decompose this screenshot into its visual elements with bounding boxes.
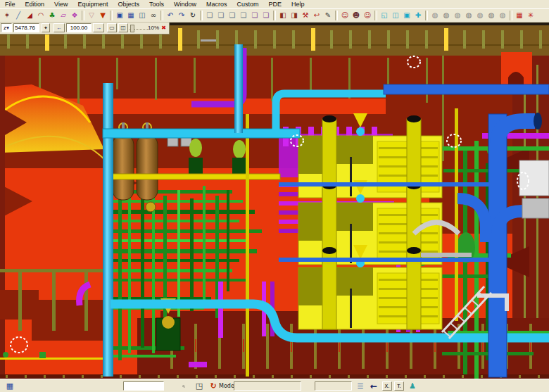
back-button[interactable]: ← — [368, 381, 379, 391]
menu-item-custom[interactable]: Custom — [232, 1, 264, 8]
zoom-slider-thumb[interactable] — [130, 25, 134, 32]
step-field-wrap — [66, 23, 92, 32]
menu-item-objects[interactable]: Objects — [113, 1, 144, 8]
return-arrow-button[interactable]: ↩ — [311, 10, 322, 21]
pick-screen-button[interactable]: ❏ — [238, 10, 249, 21]
user-deny-button[interactable]: ☺ — [362, 10, 373, 21]
coordinate-input[interactable] — [14, 24, 39, 32]
pick-screen-icon: ❏ — [241, 12, 247, 19]
pick-zone-button[interactable]: ❏ — [227, 10, 238, 21]
menu-item-equipment[interactable]: Equipment — [72, 1, 113, 8]
refresh-button[interactable]: ↻ — [187, 10, 198, 21]
pick-group-icon: ❏ — [218, 12, 225, 19]
paste-shapes-button[interactable]: ❖ — [69, 10, 80, 21]
user-add-button[interactable]: ☺ — [339, 10, 351, 21]
cylinder-view-7-button[interactable]: ◍ — [497, 10, 508, 21]
cylinder-view-4-button[interactable]: ◍ — [463, 10, 474, 21]
pick-entity-button[interactable]: ❏ — [204, 10, 215, 21]
open-folder-button[interactable]: ▱ — [58, 10, 69, 21]
command-input[interactable] — [124, 381, 163, 391]
save-button[interactable]: ▣ — [114, 10, 125, 21]
cylinder-view-5-icon: ◍ — [477, 12, 484, 19]
grid-burst-button[interactable]: ✳ — [525, 10, 536, 21]
clip-wedge-icon: ◢ — [27, 12, 32, 19]
menu-item-window[interactable]: Window — [169, 1, 201, 8]
clip-arc-button[interactable]: ◠ — [35, 10, 46, 21]
t-coord-button[interactable]: T. — [394, 381, 404, 391]
find-binoculars-button[interactable]: ∞ — [148, 10, 159, 21]
menu-item-file[interactable]: File — [0, 1, 20, 8]
window-export-icon: ◨ — [291, 12, 297, 19]
zoom-tool-button[interactable] — [178, 381, 189, 391]
user-modify-button[interactable]: ☻ — [351, 10, 362, 21]
axis-select[interactable]: z▾ — [1, 23, 12, 32]
clip-wedge-button[interactable]: ◢ — [24, 10, 35, 21]
tools-wrench-button[interactable]: ⚒ — [300, 10, 311, 21]
zoom-slider[interactable] — [130, 23, 148, 32]
cylinder-view-1-button[interactable]: ◍ — [429, 10, 441, 21]
viewport-single-button[interactable]: ◱ — [379, 10, 390, 21]
assistant-button[interactable]: ♟ — [407, 381, 418, 391]
menu-item-tools[interactable]: Tools — [144, 1, 169, 8]
magnifier-icon — [182, 382, 185, 391]
coordinate-toolbar: z▾ ✦ ← → ▭ ◫ 10% ✖ — [0, 23, 170, 34]
pick-coordinate-button[interactable]: ✦ — [42, 23, 50, 32]
menu-item-view[interactable]: View — [49, 1, 72, 8]
pan-move-button[interactable]: ✚ — [412, 10, 424, 21]
clip-arc-icon: ◠ — [38, 12, 44, 19]
calculator-icon: ▦ — [6, 381, 13, 391]
cylinder-view-2-button[interactable]: ◍ — [441, 10, 452, 21]
model-tree-button[interactable]: ♣ — [46, 10, 58, 21]
cylinder-view-6-button[interactable]: ◍ — [486, 10, 497, 21]
filter-funnel-light-button[interactable]: ▽ — [86, 10, 97, 21]
save-lock-button[interactable]: ▦ — [125, 10, 137, 21]
pick-group-button[interactable]: ❏ — [215, 10, 227, 21]
diamond-icon: ✦ — [44, 25, 48, 30]
menu-item-pde[interactable]: PDE — [264, 1, 287, 8]
list-icon: ☰ — [358, 382, 364, 390]
cylinder-view-5-button[interactable]: ◍ — [474, 10, 486, 21]
window-export-button[interactable]: ◨ — [289, 10, 300, 21]
edit-sheet-icon: ✎ — [325, 12, 331, 19]
select-wand-button[interactable]: ✶ — [1, 10, 13, 21]
menu-item-help[interactable]: Help — [286, 1, 310, 8]
viewport-overlay-button[interactable]: ▣ — [401, 10, 412, 21]
menu-item-edition[interactable]: Edition — [20, 1, 50, 8]
view-split-button[interactable]: ◫ — [118, 23, 128, 32]
cylinder-view-3-button[interactable]: ◍ — [452, 10, 463, 21]
pick-special-2-button[interactable]: ❏ — [260, 10, 272, 21]
step-forward-button[interactable]: → — [93, 23, 104, 32]
menu-item-macros[interactable]: Macros — [201, 1, 232, 8]
close-toolbar-button[interactable]: ✖ — [159, 23, 168, 32]
edit-sheet-button[interactable]: ✎ — [322, 10, 334, 21]
mode-button[interactable]: ↻ — [208, 381, 218, 391]
view-properties-button[interactable]: ◫ — [137, 10, 148, 21]
calculator-button[interactable]: ▦ — [4, 381, 15, 391]
pick-special-2-icon: ❏ — [263, 12, 270, 19]
view-frame-button[interactable]: ▭ — [107, 23, 117, 32]
filter-funnel-red-button[interactable]: ▼ — [97, 10, 108, 21]
viewport-overlay-icon: ▣ — [403, 12, 410, 19]
pan-window-button[interactable]: ◳ — [194, 381, 205, 391]
x-coord-button[interactable]: X. — [382, 381, 392, 391]
viewport-3d[interactable] — [0, 23, 549, 379]
step-input[interactable] — [67, 24, 91, 32]
list-view-button[interactable]: ☰ — [355, 381, 365, 391]
toolbar-separator — [200, 11, 203, 20]
status-panel-1 — [234, 381, 301, 391]
undo-button[interactable]: ↶ — [165, 10, 176, 21]
pick-special-1-button[interactable]: ❏ — [249, 10, 260, 21]
return-arrow-icon: ↩ — [314, 12, 320, 19]
step-back-button[interactable]: ← — [53, 23, 65, 32]
status-panel-2 — [315, 381, 352, 391]
viewport-split-button[interactable]: ◫ — [390, 10, 401, 21]
save-lock-icon: ▦ — [127, 12, 134, 19]
window-import-button[interactable]: ◧ — [277, 10, 289, 21]
cylinder-view-1-icon: ◍ — [432, 12, 438, 19]
cylinder-view-6-icon: ◍ — [488, 12, 495, 19]
grid-small-button[interactable]: ▦ — [514, 10, 525, 21]
tools-wrench-icon: ⚒ — [303, 12, 309, 19]
measure-line-button[interactable]: ╱ — [13, 10, 24, 21]
close-icon: ✖ — [161, 25, 166, 31]
redo-button[interactable]: ↷ — [176, 10, 187, 21]
